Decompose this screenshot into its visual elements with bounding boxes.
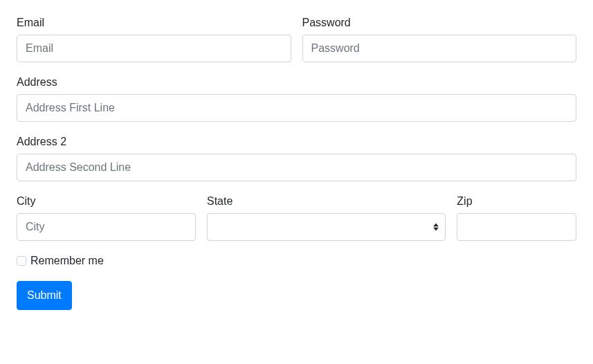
- address2-label: Address 2: [17, 136, 576, 148]
- address2-field[interactable]: [17, 154, 576, 181]
- remember-label[interactable]: Remember me: [30, 255, 104, 267]
- email-group: Email: [17, 17, 291, 62]
- zip-field[interactable]: [457, 213, 576, 241]
- remember-row: Remember me: [17, 255, 576, 267]
- submit-button[interactable]: Submit: [17, 281, 72, 310]
- password-group: Password: [302, 17, 577, 62]
- password-field[interactable]: [302, 35, 577, 62]
- address-group: Address: [17, 76, 576, 122]
- zip-group: Zip: [457, 195, 576, 241]
- state-select[interactable]: [207, 213, 446, 241]
- city-field[interactable]: [17, 213, 196, 241]
- state-group: State: [207, 195, 446, 241]
- state-label: State: [207, 195, 446, 208]
- address-label: Address: [17, 76, 576, 89]
- password-label: Password: [302, 17, 577, 29]
- email-label: Email: [17, 17, 291, 29]
- remember-checkbox[interactable]: [17, 256, 26, 266]
- zip-label: Zip: [457, 195, 576, 208]
- address2-group: Address 2: [17, 136, 576, 181]
- city-group: City: [17, 195, 196, 241]
- email-field[interactable]: [17, 35, 291, 62]
- address-field[interactable]: [17, 94, 576, 122]
- city-label: City: [17, 195, 196, 208]
- address-form: Email Password Address Address 2 City St…: [17, 17, 576, 310]
